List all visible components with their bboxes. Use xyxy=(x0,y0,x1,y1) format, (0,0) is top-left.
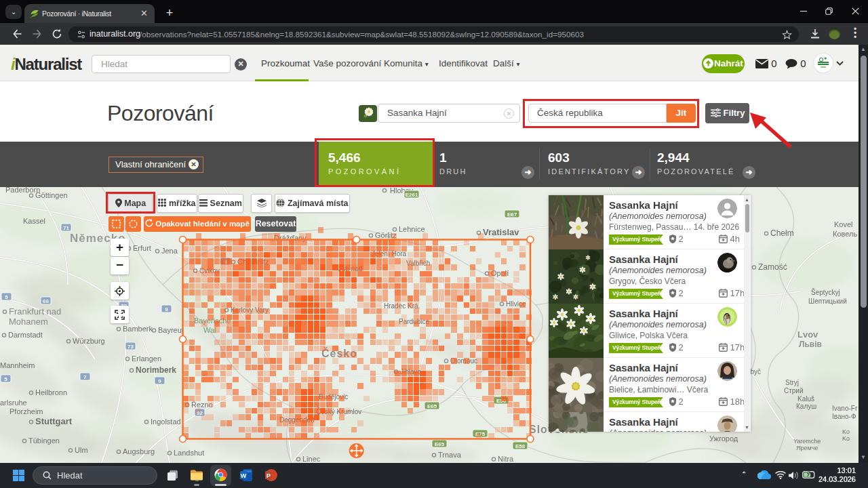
svg-text:Ulm: Ulm xyxy=(75,446,88,454)
svg-text:E67: E67 xyxy=(507,211,517,218)
svg-text:P: P xyxy=(267,472,271,479)
svg-text:Darmstadt: Darmstadt xyxy=(8,331,43,339)
svg-text:Lehnice: Lehnice xyxy=(399,225,425,233)
svg-text:Erfurt: Erfurt xyxy=(133,244,151,252)
svg-text:Linec: Linec xyxy=(302,455,321,463)
svg-text:Bamberk: Bamberk xyxy=(123,325,153,333)
svg-text:Heilbronn: Heilbronn xyxy=(35,388,67,396)
svg-text:5: 5 xyxy=(5,294,8,300)
svg-text:E65: E65 xyxy=(427,403,437,409)
svg-text:Yaremche: Yaremche xyxy=(793,438,821,445)
svg-text:Яремче: Яремче xyxy=(796,445,818,451)
svg-text:Šeptyckyj: Šeptyckyj xyxy=(811,288,840,296)
svg-text:Norimberk: Norimberk xyxy=(136,365,176,375)
svg-text:Bayreut: Bayreut xyxy=(158,326,184,334)
svg-text:Kassel: Kassel xyxy=(23,217,45,225)
svg-text:Lvov: Lvov xyxy=(797,329,818,340)
svg-text:7: 7 xyxy=(83,374,87,380)
svg-text:73: 73 xyxy=(127,344,134,350)
svg-text:Kovel: Kovel xyxy=(834,220,853,228)
svg-text:Ingolstad: Ingolstad xyxy=(151,418,181,426)
svg-text:Zamość: Zamość xyxy=(758,262,787,272)
svg-text:Trnava: Trnava xyxy=(438,451,462,459)
svg-text:Frankfurt nad: Frankfurt nad xyxy=(9,306,61,317)
svg-text:Landshut: Landshut xyxy=(174,449,204,457)
svg-text:Stuttgart: Stuttgart xyxy=(35,416,73,426)
svg-text:Göttingen: Göttingen xyxy=(35,191,68,199)
svg-text:Ko: Ko xyxy=(842,435,850,442)
svg-text:Ivano-Fr: Ivano-Fr xyxy=(832,405,858,412)
svg-text:Erlangen: Erlangen xyxy=(132,354,161,363)
svg-text:Nitra: Nitra xyxy=(498,455,514,463)
svg-text:Vratislav: Vratislav xyxy=(483,227,519,237)
svg-text:Ko: Ko xyxy=(842,428,850,435)
svg-text:Шептицький: Шептицький xyxy=(808,298,847,305)
svg-text:Chełm: Chełm xyxy=(770,228,794,238)
svg-text:Kaluš: Kaluš xyxy=(797,395,814,403)
svg-text:W: W xyxy=(241,472,247,479)
svg-text:Ковель: Ковель xyxy=(833,230,857,238)
svg-text:Jena: Jena xyxy=(161,247,178,255)
svg-text:9: 9 xyxy=(158,378,161,384)
svg-text:Pforzheim: Pforzheim xyxy=(9,407,43,415)
svg-text:Ужгород: Ужгород xyxy=(709,434,738,443)
svg-text:66: 66 xyxy=(43,298,49,304)
svg-text:Львів: Львів xyxy=(799,340,822,349)
svg-text:E58: E58 xyxy=(515,443,526,449)
svg-text:Tübingen: Tübingen xyxy=(28,436,60,445)
svg-text:Würzburg: Würzburg xyxy=(73,337,105,345)
svg-text:9: 9 xyxy=(165,306,168,312)
svg-text:71: 71 xyxy=(63,225,69,231)
svg-text:E65: E65 xyxy=(435,441,445,447)
svg-text:arlsruhe: arlsruhe xyxy=(0,399,27,407)
svg-text:Stryj: Stryj xyxy=(785,379,799,386)
svg-text:Mohanem: Mohanem xyxy=(9,317,48,327)
svg-text:5: 5 xyxy=(4,376,7,382)
svg-text:Mannheim: Mannheim xyxy=(0,361,35,369)
svg-text:Калуш: Калуш xyxy=(796,403,816,410)
svg-text:Augsburg: Augsburg xyxy=(123,447,155,455)
svg-text:Стрий: Стрий xyxy=(784,387,804,394)
svg-text:E261: E261 xyxy=(406,192,418,198)
svg-text:Івано-Ф: Івано-Ф xyxy=(832,413,856,420)
